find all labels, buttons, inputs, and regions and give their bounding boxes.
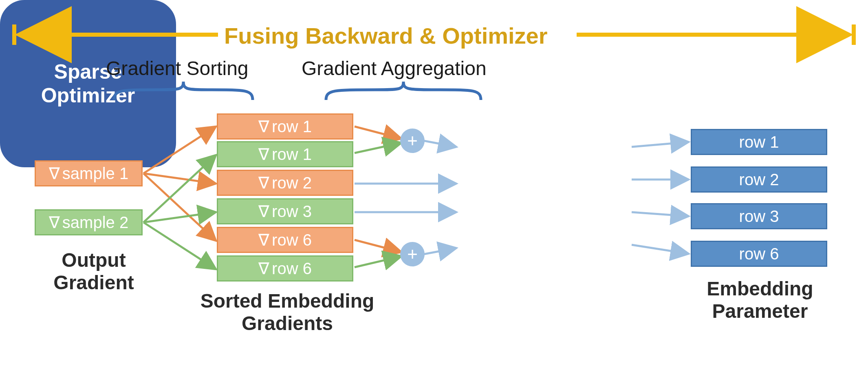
svg-line-10 xyxy=(355,126,401,139)
out-row-0: row 1 xyxy=(691,129,827,155)
sample-2-label: sample 2 xyxy=(62,213,128,232)
svg-line-17 xyxy=(424,248,456,254)
nabla-icon: ∇ xyxy=(258,145,269,164)
plus-icon-top: + xyxy=(400,129,425,153)
diagram-title: Fusing Backward & Optimizer xyxy=(224,22,548,49)
caption-sorted-embedding-gradients: Sorted Embedding Gradients xyxy=(181,290,393,335)
caption-embedding-parameter: Embedding Parameter xyxy=(693,277,827,322)
svg-line-16 xyxy=(424,141,456,147)
svg-line-6 xyxy=(143,173,216,241)
plus-icon-bottom: + xyxy=(400,242,425,266)
svg-line-11 xyxy=(355,143,401,153)
out-row-3: row 6 xyxy=(691,241,827,267)
sorted-row-5: ∇row 6 xyxy=(217,255,353,282)
sorted-row-4: ∇row 6 xyxy=(217,227,353,253)
sample-2-box: ∇ sample 2 xyxy=(35,209,143,235)
sample-1-label: sample 1 xyxy=(62,164,128,183)
nabla-icon: ∇ xyxy=(258,259,269,278)
sorted-row-2: ∇row 2 xyxy=(217,170,353,196)
caption-output-gradient: Output Gradient xyxy=(41,249,147,294)
svg-line-5 xyxy=(143,173,216,184)
out-row-2: row 3 xyxy=(691,203,827,229)
svg-line-7 xyxy=(143,155,216,222)
nabla-icon: ∇ xyxy=(258,202,269,221)
sample-1-box: ∇ sample 1 xyxy=(35,160,143,186)
nabla-icon: ∇ xyxy=(258,117,269,136)
sorted-row-0: ∇row 1 xyxy=(217,113,353,140)
svg-line-18 xyxy=(632,142,689,147)
svg-line-20 xyxy=(632,212,689,216)
nabla-icon: ∇ xyxy=(49,213,60,232)
nabla-icon: ∇ xyxy=(258,173,269,193)
label-gradient-sorting: Gradient Sorting xyxy=(106,57,249,80)
sorted-row-1: ∇row 1 xyxy=(217,141,353,167)
sorted-row-3: ∇row 3 xyxy=(217,198,353,224)
svg-line-8 xyxy=(143,212,216,222)
nabla-icon: ∇ xyxy=(49,164,60,183)
nabla-icon: ∇ xyxy=(258,231,269,250)
label-gradient-aggregation: Gradient Aggregation xyxy=(302,57,487,80)
out-row-1: row 2 xyxy=(691,166,827,193)
svg-line-21 xyxy=(632,245,689,254)
svg-line-15 xyxy=(355,256,401,267)
svg-line-14 xyxy=(355,240,401,252)
